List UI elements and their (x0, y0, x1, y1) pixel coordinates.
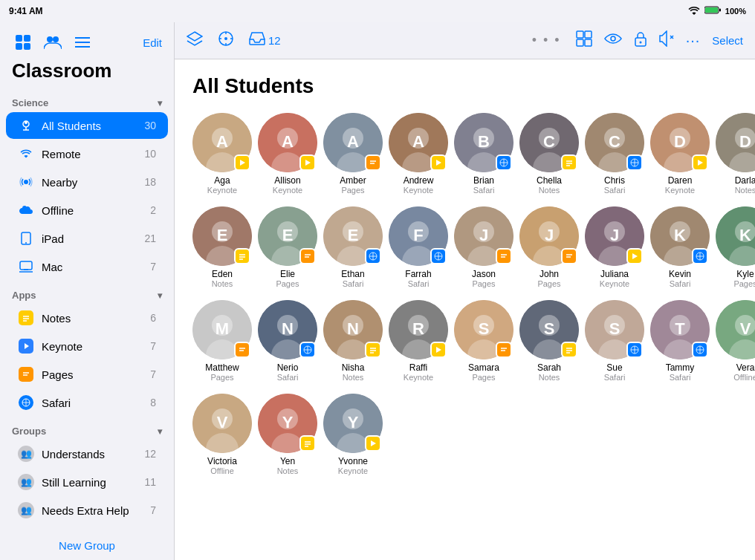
svg-text:E: E (282, 226, 294, 244)
mute-icon[interactable] (659, 30, 674, 51)
avatar-wrap: V (192, 394, 252, 453)
svg-text:Y: Y (282, 413, 294, 432)
student-card-elie[interactable]: E Elie Pages (258, 206, 317, 288)
avatar-wrap: N (258, 300, 317, 359)
student-card-andrew[interactable]: A Andrew Keynote (389, 113, 448, 195)
app-badge (299, 435, 316, 452)
avatar-wrap: E (323, 206, 383, 266)
sidebar-item-notes[interactable]: Notes 6 (6, 305, 168, 331)
student-name: Jason (472, 269, 496, 279)
student-avatar: V (716, 300, 755, 359)
student-card-vera[interactable]: V Vera Offline (716, 300, 755, 382)
keynote-app-icon (18, 338, 34, 354)
sidebar-item-ipad[interactable]: iPad 21 (6, 225, 168, 252)
eye-icon[interactable] (604, 33, 622, 48)
student-card-kyle[interactable]: K Kyle Pages (716, 206, 755, 288)
sidebar-item-nearby[interactable]: Nearby 18 (6, 169, 168, 195)
student-card-victoria[interactable]: V Victoria Offline (192, 394, 252, 475)
svg-text:S: S (544, 319, 555, 338)
new-group-button[interactable]: New Group (0, 524, 174, 560)
student-card-chris[interactable]: C Chris Safari (585, 113, 644, 195)
student-app: Keynote (404, 186, 433, 195)
student-card-sarah[interactable]: S Sarah Notes (519, 300, 579, 382)
student-card-sue[interactable]: S Sue Safari (585, 300, 644, 382)
student-card-nisha[interactable]: N Nisha Notes (323, 300, 383, 382)
sidebar-item-remote[interactable]: Remote 10 (6, 140, 168, 167)
student-card-brian[interactable]: B Brian Safari (454, 113, 513, 195)
sidebar-list-icon[interactable] (71, 31, 94, 53)
student-card-raffi[interactable]: R Raffi Keynote (389, 300, 448, 382)
understands-label: Understands (42, 448, 144, 460)
sidebar-item-needs-extra-help[interactable]: 👥 Needs Extra Help 7 (6, 497, 168, 524)
wifi-sidebar-icon (18, 146, 34, 162)
svg-rect-3 (16, 35, 22, 42)
inbox-button[interactable]: 12 (249, 32, 281, 49)
avatar-wrap: F (389, 206, 448, 266)
sidebar-item-still-learning[interactable]: 👥 Still Learning 11 (6, 469, 168, 495)
student-card-darla[interactable]: D Darla Notes (716, 113, 755, 195)
grid-view-icon[interactable] (576, 30, 592, 51)
sidebar-squares-icon[interactable] (12, 31, 34, 53)
student-card-amber[interactable]: A Amber Pages (323, 113, 383, 195)
student-card-aga[interactable]: A Aga Keynote (192, 113, 252, 195)
student-card-nerio[interactable]: N Nerio Safari (258, 300, 317, 382)
student-app: Pages (210, 373, 233, 382)
ipad-icon (18, 230, 34, 247)
sidebar-item-safari[interactable]: Safari 8 (6, 389, 168, 416)
content-title: All Students (192, 74, 737, 98)
student-app: Notes (539, 373, 560, 382)
student-card-tammy[interactable]: T Tammy Safari (650, 300, 710, 382)
student-card-yen[interactable]: Y Yen Notes (258, 394, 317, 475)
student-card-matthew[interactable]: M Matthew Pages (192, 300, 252, 382)
student-card-allison[interactable]: A Allison Keynote (258, 113, 317, 195)
avatar-wrap: D (716, 113, 755, 172)
student-card-yvonne[interactable]: Y Yvonne Keynote (323, 394, 383, 475)
toolbar-left: 12 (187, 30, 517, 51)
sidebar-item-pages[interactable]: Pages 7 (6, 361, 168, 388)
svg-marker-143 (632, 253, 638, 259)
svg-point-15 (25, 121, 27, 124)
app-badge (365, 154, 381, 171)
student-avatar: K (716, 206, 755, 266)
sidebar-item-keynote[interactable]: Keynote 7 (6, 333, 168, 359)
student-card-jason[interactable]: J Jason Pages (454, 206, 513, 288)
svg-text:D: D (739, 132, 751, 151)
student-card-chella[interactable]: C Chella Notes (519, 113, 579, 195)
edit-button[interactable]: Edit (143, 36, 162, 49)
svg-text:M: M (216, 319, 229, 338)
sidebar-item-understands[interactable]: 👥 Understands 12 (6, 440, 168, 467)
student-app: Safari (670, 279, 691, 288)
sidebar-people-icon[interactable] (42, 31, 64, 53)
section-apps-chevron[interactable]: ▾ (158, 290, 162, 301)
keynote-count: 7 (150, 340, 156, 352)
sidebar-item-mac[interactable]: Mac 7 (6, 253, 168, 280)
student-card-samara[interactable]: S Samara Pages (454, 300, 513, 382)
student-card-kevin[interactable]: K Kevin Safari (650, 206, 710, 288)
sidebar-item-all-students[interactable]: All Students 30 (6, 112, 168, 139)
app-badge (561, 154, 577, 171)
student-name: Victoria (207, 456, 237, 466)
svg-rect-40 (585, 39, 592, 46)
section-groups-chevron[interactable]: ▾ (158, 426, 162, 437)
student-card-john[interactable]: J John Pages (519, 206, 579, 288)
student-app: Safari (277, 373, 299, 382)
app-badge (234, 248, 250, 264)
section-science-chevron[interactable]: ▾ (158, 98, 162, 108)
compass-icon[interactable] (218, 30, 234, 51)
lock-icon[interactable] (634, 30, 647, 51)
student-app: Offline (733, 373, 755, 382)
student-card-ethan[interactable]: E Ethan Safari (323, 206, 383, 288)
svg-text:K: K (674, 226, 686, 244)
student-card-eden[interactable]: E Eden Notes (192, 206, 252, 288)
student-card-farrah[interactable]: F Farrah Safari (389, 206, 448, 288)
svg-point-8 (53, 36, 59, 42)
sidebar-item-offline[interactable]: Offline 2 (6, 197, 168, 224)
select-button[interactable]: Select (712, 34, 743, 47)
student-card-juliana[interactable]: J Juliana Keynote (585, 206, 644, 288)
app-badge (430, 342, 447, 358)
app-badge (626, 342, 643, 358)
student-card-daren[interactable]: D Daren Keynote (650, 113, 710, 195)
student-app: Keynote (404, 373, 433, 382)
layers-icon[interactable] (187, 31, 203, 50)
toolbar-more-icon[interactable]: ··· (686, 32, 701, 49)
